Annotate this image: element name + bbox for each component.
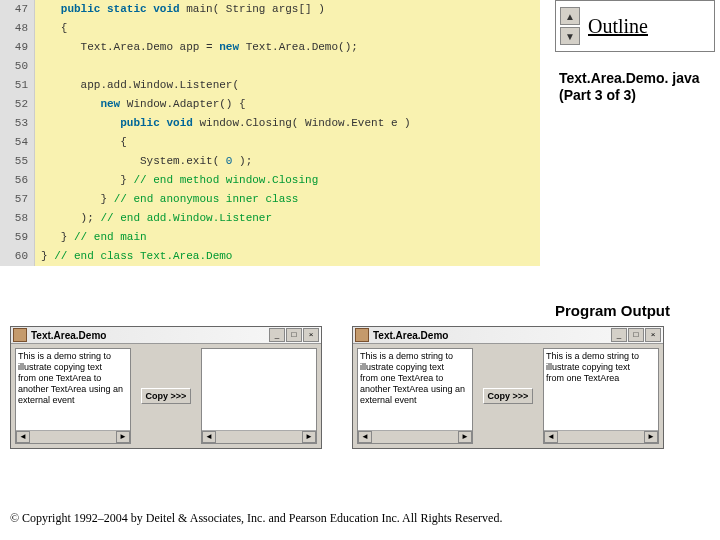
arrow-up-icon[interactable]: ▲ <box>560 7 580 25</box>
code-line: 56 } // end method window.Closing <box>0 171 540 190</box>
outline-box: ▲ ▼ Outline <box>555 0 715 52</box>
code-content <box>35 57 540 76</box>
maximize-button[interactable]: □ <box>628 328 644 342</box>
code-line: 53 public void window.Closing( Window.Ev… <box>0 114 540 133</box>
code-content: { <box>35 19 540 38</box>
scrollbar[interactable]: ◄ ► <box>544 430 658 443</box>
program-output-row: Text.Area.Demo _ □ × This is a demo stri… <box>10 326 664 449</box>
part-label: Text.Area.Demo. java (Part 3 of 3) <box>559 70 715 104</box>
code-content: System.exit( 0 ); <box>35 152 540 171</box>
window-title: Text.Area.Demo <box>31 330 269 341</box>
code-line: 51 app.add.Window.Listener( <box>0 76 540 95</box>
textarea-left[interactable]: This is a demo string to illustrate copy… <box>15 348 131 444</box>
copy-button[interactable]: Copy >>> <box>483 388 534 404</box>
code-content: Text.Area.Demo app = new Text.Area.Demo(… <box>35 38 540 57</box>
code-content: ); // end add.Window.Listener <box>35 209 540 228</box>
code-line: 59 } // end main <box>0 228 540 247</box>
textarea-right[interactable]: ◄ ► <box>201 348 317 444</box>
line-number: 57 <box>0 190 35 209</box>
scroll-left-icon[interactable]: ◄ <box>358 431 372 443</box>
outline-title: Outline <box>588 15 648 38</box>
scrollbar[interactable]: ◄ ► <box>202 430 316 443</box>
scrollbar[interactable]: ◄ ► <box>16 430 130 443</box>
close-button[interactable]: × <box>303 328 319 342</box>
line-number: 60 <box>0 247 35 266</box>
close-button[interactable]: × <box>645 328 661 342</box>
line-number: 55 <box>0 152 35 171</box>
java-icon <box>355 328 369 342</box>
arrow-down-icon[interactable]: ▼ <box>560 27 580 45</box>
code-content: } // end method window.Closing <box>35 171 540 190</box>
scroll-right-icon[interactable]: ► <box>644 431 658 443</box>
window-title: Text.Area.Demo <box>373 330 611 341</box>
line-number: 54 <box>0 133 35 152</box>
code-line: 50 <box>0 57 540 76</box>
textarea-content: This is a demo string to illustrate copy… <box>546 351 656 384</box>
code-line: 58 ); // end add.Window.Listener <box>0 209 540 228</box>
line-number: 53 <box>0 114 35 133</box>
code-line: 48 { <box>0 19 540 38</box>
line-number: 59 <box>0 228 35 247</box>
minimize-button[interactable]: _ <box>269 328 285 342</box>
line-number: 51 <box>0 76 35 95</box>
maximize-button[interactable]: □ <box>286 328 302 342</box>
scroll-left-icon[interactable]: ◄ <box>544 431 558 443</box>
scrollbar[interactable]: ◄ ► <box>358 430 472 443</box>
code-line: 54 { <box>0 133 540 152</box>
code-content: } // end main <box>35 228 540 247</box>
java-icon <box>13 328 27 342</box>
window-body: This is a demo string to illustrate copy… <box>11 344 321 448</box>
code-content: } // end class Text.Area.Demo <box>35 247 540 266</box>
line-number: 56 <box>0 171 35 190</box>
code-line: 47 public static void main( String args[… <box>0 0 540 19</box>
scroll-right-icon[interactable]: ► <box>116 431 130 443</box>
window-1: Text.Area.Demo _ □ × This is a demo stri… <box>10 326 322 449</box>
titlebar: Text.Area.Demo _ □ × <box>353 327 663 344</box>
window-body: This is a demo string to illustrate copy… <box>353 344 663 448</box>
code-line: 52 new Window.Adapter() { <box>0 95 540 114</box>
scroll-left-icon[interactable]: ◄ <box>202 431 216 443</box>
window-2: Text.Area.Demo _ □ × This is a demo stri… <box>352 326 664 449</box>
code-line: 49 Text.Area.Demo app = new Text.Area.De… <box>0 38 540 57</box>
scroll-right-icon[interactable]: ► <box>458 431 472 443</box>
program-output-heading: Program Output <box>555 302 670 319</box>
line-number: 48 <box>0 19 35 38</box>
code-content: { <box>35 133 540 152</box>
code-content: public void window.Closing( Window.Event… <box>35 114 540 133</box>
code-content: } // end anonymous inner class <box>35 190 540 209</box>
line-number: 52 <box>0 95 35 114</box>
line-number: 49 <box>0 38 35 57</box>
code-content: app.add.Window.Listener( <box>35 76 540 95</box>
code-editor: 47 public static void main( String args[… <box>0 0 540 266</box>
copy-button[interactable]: Copy >>> <box>141 388 192 404</box>
textarea-left[interactable]: This is a demo string to illustrate copy… <box>357 348 473 444</box>
copy-column: Copy >>> <box>477 348 539 444</box>
code-line: 60} // end class Text.Area.Demo <box>0 247 540 266</box>
line-number: 58 <box>0 209 35 228</box>
code-line: 55 System.exit( 0 ); <box>0 152 540 171</box>
line-number: 47 <box>0 0 35 19</box>
code-content: public static void main( String args[] ) <box>35 0 540 19</box>
copyright: © Copyright 1992–2004 by Deitel & Associ… <box>10 511 502 526</box>
textarea-right[interactable]: This is a demo string to illustrate copy… <box>543 348 659 444</box>
slide: 47 public static void main( String args[… <box>0 0 720 540</box>
copy-column: Copy >>> <box>135 348 197 444</box>
line-number: 50 <box>0 57 35 76</box>
sidebar: ▲ ▼ Outline Text.Area.Demo. java (Part 3… <box>555 0 715 104</box>
scroll-right-icon[interactable]: ► <box>302 431 316 443</box>
minimize-button[interactable]: _ <box>611 328 627 342</box>
textarea-content: This is a demo string to illustrate copy… <box>360 351 470 406</box>
code-content: new Window.Adapter() { <box>35 95 540 114</box>
titlebar: Text.Area.Demo _ □ × <box>11 327 321 344</box>
code-line: 57 } // end anonymous inner class <box>0 190 540 209</box>
outline-arrows: ▲ ▼ <box>560 7 580 45</box>
textarea-content: This is a demo string to illustrate copy… <box>18 351 128 406</box>
scroll-left-icon[interactable]: ◄ <box>16 431 30 443</box>
